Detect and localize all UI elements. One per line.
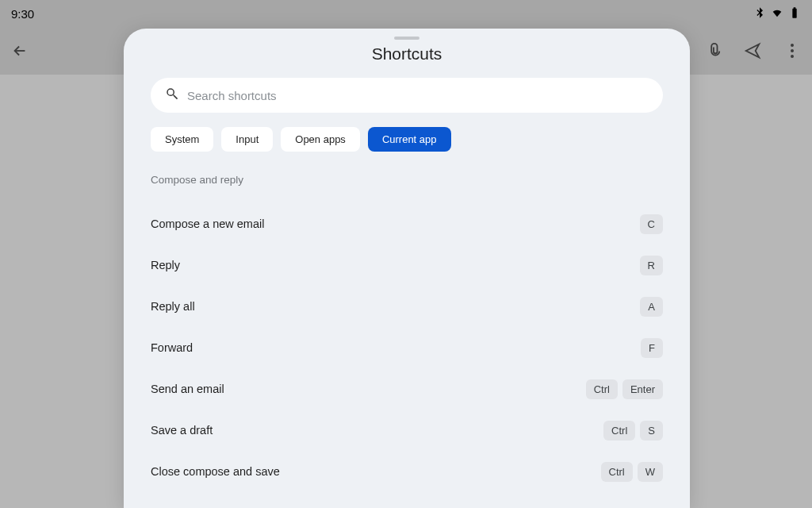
search-icon	[165, 87, 179, 104]
send-icon[interactable]	[744, 42, 761, 60]
attachment-icon[interactable]	[704, 42, 722, 60]
back-button[interactable]	[11, 42, 29, 60]
key-badge: Ctrl	[586, 379, 618, 399]
key-badge: W	[638, 462, 663, 482]
shortcut-row: Reply allA	[151, 286, 663, 327]
more-menu-icon[interactable]	[783, 42, 801, 60]
key-badge: S	[640, 421, 663, 441]
shortcut-keys: CtrlEnter	[586, 379, 663, 399]
key-badge: C	[640, 214, 663, 234]
shortcut-row: ReplyR	[151, 244, 663, 286]
key-badge: A	[640, 297, 663, 317]
shortcut-keys: CtrlW	[601, 462, 664, 482]
status-bar: 9:30	[0, 0, 812, 27]
drag-handle[interactable]	[394, 37, 419, 40]
search-box[interactable]	[151, 78, 663, 113]
key-badge: Ctrl	[603, 421, 635, 441]
key-badge: Ctrl	[601, 462, 633, 482]
wifi-icon	[771, 6, 783, 21]
shortcut-keys: R	[640, 256, 663, 275]
shortcut-keys: CtrlS	[603, 421, 663, 441]
tab-current-app[interactable]: Current app	[368, 127, 451, 152]
key-badge: R	[640, 256, 663, 275]
key-badge: Enter	[622, 379, 663, 399]
shortcut-label: Compose a new email	[151, 217, 264, 230]
tab-input[interactable]: Input	[221, 127, 273, 152]
shortcut-row: Close compose and saveCtrlW	[151, 451, 663, 492]
shortcut-row: ForwardF	[151, 327, 663, 368]
shortcut-row: Send an emailCtrlEnter	[151, 368, 663, 410]
shortcut-label: Reply	[151, 259, 180, 271]
tab-open-apps[interactable]: Open apps	[281, 127, 360, 152]
shortcut-label: Save a draft	[151, 424, 213, 437]
shortcut-keys: C	[640, 214, 663, 234]
sheet-title: Shortcuts	[124, 44, 690, 64]
key-badge: F	[641, 338, 663, 358]
shortcut-label: Send an email	[151, 383, 224, 395]
filter-chips: SystemInputOpen appsCurrent app	[151, 127, 663, 152]
shortcut-row: Compose a new emailC	[151, 203, 663, 244]
tab-system[interactable]: System	[151, 127, 213, 152]
search-input[interactable]	[187, 89, 649, 102]
section-label: Compose and reply	[151, 174, 663, 186]
status-time: 9:30	[11, 7, 34, 21]
shortcut-keys: A	[640, 297, 663, 317]
status-icons	[753, 6, 801, 21]
battery-icon	[788, 6, 801, 21]
bluetooth-icon	[753, 6, 766, 21]
shortcut-label: Close compose and save	[151, 465, 280, 478]
shortcuts-sheet: Shortcuts SystemInputOpen appsCurrent ap…	[124, 29, 690, 508]
shortcut-label: Reply all	[151, 300, 195, 313]
shortcut-keys: F	[641, 338, 663, 358]
shortcut-label: Forward	[151, 341, 193, 354]
shortcut-row: Save a draftCtrlS	[151, 410, 663, 451]
